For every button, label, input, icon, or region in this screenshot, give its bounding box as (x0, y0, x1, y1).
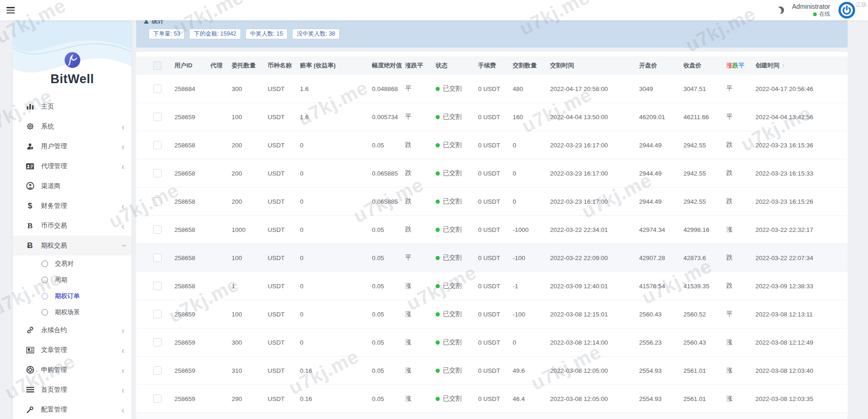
column-header-创建时间-14[interactable]: 创建时间↑ (755, 61, 829, 70)
cell-用户ID-0: 258658 (174, 226, 210, 233)
dark-mode-moon-icon[interactable] (776, 6, 785, 15)
sidebar-item-首页管理[interactable]: 首页管理‹ (13, 380, 132, 400)
cell-状态-7: 已交割 (436, 141, 478, 149)
cell-涨跌平-13: 涨 (726, 395, 755, 403)
cell-涨跌平-6: 跌 (405, 197, 436, 206)
cell-开盘价-11: 2944.49 (639, 198, 683, 205)
sidebar-item-渠道商[interactable]: 渠道商 (13, 176, 132, 196)
cell-创建时间-14: 2022-03-08 12:03:35 (755, 395, 829, 402)
cell-币种名称-3: USDT (268, 198, 300, 205)
sidebar-item-财务管理[interactable]: $财务管理‹ (13, 196, 132, 216)
sidebar-toggle-icon[interactable] (6, 7, 15, 13)
row-select-cell (153, 282, 174, 290)
row-checkbox[interactable] (153, 85, 162, 93)
sidebar-item-主页[interactable]: 主页 (13, 97, 132, 116)
table-row: 258658200USDT00.065885跌已交割0 USDT02022-03… (136, 159, 848, 188)
status-label: 已交割 (443, 141, 462, 149)
column-header-委托数量-2: 委托数量 (232, 61, 268, 70)
select-all-checkbox[interactable] (153, 61, 162, 70)
online-status: 在线 (792, 11, 830, 18)
life-ring-icon (25, 365, 35, 375)
cell-币种名称-3: USDT (268, 311, 300, 318)
row-checkbox[interactable] (153, 395, 162, 403)
sidebar-item-期权交易[interactable]: Ƀ期权交易‹ (13, 236, 132, 255)
chevron-left-icon: ‹ (122, 365, 124, 375)
row-select-cell (153, 225, 174, 234)
sidebar-subitem-label: 周期 (55, 276, 67, 284)
cell-交割时间-10: 2022-04-04 13:50:00 (550, 114, 639, 121)
cell-开盘价-11: 42974.34 (639, 226, 683, 233)
row-checkbox[interactable] (153, 141, 162, 149)
sidebar-item-配置管理[interactable]: 配置管理‹ (13, 400, 132, 419)
cell-交割数量-9: 0 (513, 142, 550, 149)
cell-赔率 (收益率)-4: 0 (300, 283, 372, 290)
cell-交割时间-10: 2022-03-08 12:05:00 (550, 395, 639, 402)
table-bottom-filler (136, 413, 848, 419)
avatar-power-icon[interactable] (838, 2, 855, 18)
cell-交割数量-9: -100 (513, 255, 550, 261)
row-checkbox[interactable] (153, 169, 162, 177)
row-checkbox[interactable] (153, 338, 162, 346)
select-all-cell (153, 61, 174, 70)
table-body: 258684300USDT1.60.048868平已交割0 USDT480202… (136, 75, 848, 413)
cell-状态-7: 已交割 (436, 310, 478, 318)
sidebar-subitem-期权订单[interactable]: 期权订单 (13, 288, 132, 304)
cell-涨跌平-13: 涨 (726, 338, 755, 346)
cell-收盘价-12: 2942.55 (683, 142, 726, 149)
cell-用户ID-0: 258658 (174, 170, 210, 177)
radio-circle-icon (42, 293, 48, 299)
list-icon (25, 385, 35, 395)
sidebar-item-永续合约[interactable]: 永续合约‹ (13, 320, 132, 340)
cell-收盘价-12: 3047.51 (683, 85, 726, 92)
row-checkbox[interactable] (153, 254, 162, 262)
cell-交割数量-9: -1000 (513, 226, 550, 233)
sidebar-subitem-label: 交易对 (55, 260, 74, 268)
table-row: 258659300USDT00.05涨已交割0 USDT02022-03-08 … (136, 328, 848, 357)
cell-交割时间-10: 2022-04-17 20:58:00 (550, 85, 639, 92)
row-checkbox[interactable] (153, 282, 162, 290)
status-label: 已交割 (443, 395, 462, 403)
status-dot-icon (436, 312, 440, 316)
cell-创建时间-14: 2022-03-22 22:32:17 (755, 226, 829, 233)
link-icon (25, 326, 35, 335)
sidebar-subitem-周期[interactable]: 周期 (13, 272, 132, 288)
cell-涨跌平-6: 跌 (405, 169, 436, 177)
table-row: 258659100USDT00.05涨已交割0 USDT-1002022-03-… (136, 300, 848, 328)
chevron-left-icon: ‹ (122, 325, 124, 335)
sidebar-item-文章管理[interactable]: 文章管理‹ (13, 340, 132, 360)
row-checkbox[interactable] (153, 310, 162, 318)
cell-创建时间-14: 2022-04-04 13:42:56 (755, 114, 829, 121)
cell-用户ID-0: 258684 (174, 85, 210, 92)
row-checkbox[interactable] (153, 225, 162, 234)
chevron-left-icon: ‹ (122, 385, 124, 395)
row-checkbox[interactable] (153, 113, 162, 121)
cell-赔率 (收益率)-4: 1.6 (300, 114, 372, 121)
cell-交割数量-9: -1 (513, 283, 550, 290)
sidebar-item-申购管理[interactable]: 申购管理‹ (13, 360, 132, 380)
cell-委托数量-2: 310 (232, 367, 268, 374)
sidebar-subitem-交易对[interactable]: 交易对 (13, 255, 132, 272)
cell-币种名称-3: USDT (268, 255, 300, 261)
cell-委托数量-2: 100 (232, 311, 268, 318)
sidebar-item-label: 财务管理 (41, 202, 67, 210)
cell-委托数量-2: 100 (232, 114, 268, 121)
sidebar-subitem-期权场景[interactable]: 期权场景 (13, 304, 132, 320)
cell-状态-7: 已交割 (436, 338, 478, 346)
sidebar-item-系统[interactable]: 系统‹ (13, 116, 132, 136)
brand: BitWell (13, 52, 132, 86)
sidebar-item-用户管理[interactable]: 用户管理‹ (13, 136, 132, 156)
sidebar-item-币币交易[interactable]: B币币交易‹ (13, 216, 132, 236)
cell-收盘价-12: 46211.66 (683, 114, 726, 121)
cell-赔率 (收益率)-4: 0 (300, 198, 372, 205)
column-header-涨跌平-13: 涨跌平 (726, 61, 755, 70)
column-header-交割数量-9: 交割数量 (513, 61, 550, 70)
cell-收盘价-12: 41539.35 (683, 283, 726, 290)
sidebar: BitWell 主页系统‹用户管理‹代理管理‹渠道商$财务管理‹B币币交易‹Ƀ期… (13, 20, 132, 419)
sidebar-item-代理管理[interactable]: 代理管理‹ (13, 156, 132, 176)
cell-交割数量-9: 46.4 (513, 395, 550, 402)
status-dot-icon (436, 143, 440, 147)
row-checkbox[interactable] (153, 366, 162, 375)
row-checkbox[interactable] (153, 197, 162, 206)
stat-chip-没中奖人数: 没中奖人数: 38 (292, 29, 340, 39)
cell-币种名称-3: USDT (268, 395, 300, 402)
